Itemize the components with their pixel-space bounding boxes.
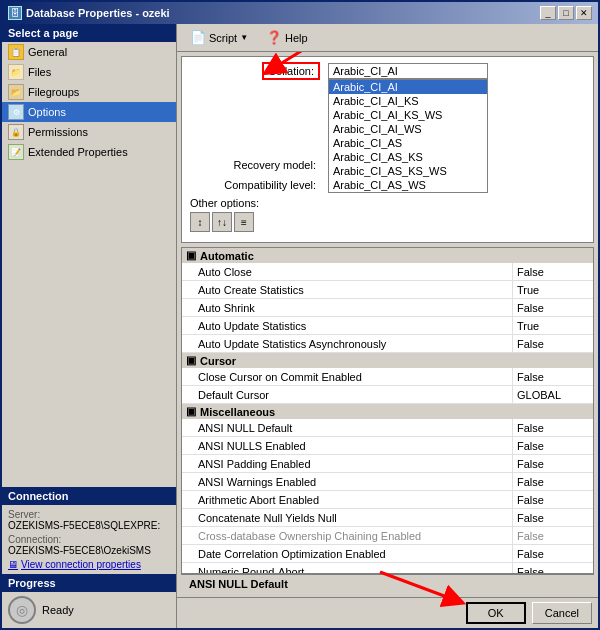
prop-value[interactable]: False	[513, 299, 593, 316]
table-row: ANSI Padding Enabled False	[182, 455, 593, 473]
options-label: Options	[28, 106, 66, 118]
script-dropdown-arrow: ▼	[240, 33, 248, 42]
prop-value[interactable]: False	[513, 437, 593, 454]
collation-list: Arabic_CI_AI Arabic_CI_AI_KS Arabic_CI_A…	[328, 79, 488, 193]
collation-option-5[interactable]: Arabic_CI_AS_KS	[329, 150, 487, 164]
prop-value[interactable]: False	[513, 545, 593, 562]
prop-name: Date Correlation Optimization Enabled	[182, 545, 513, 562]
collation-input[interactable]	[328, 63, 488, 79]
sidebar-item-filegroups[interactable]: 📂 Filegroups	[2, 82, 176, 102]
prop-value[interactable]: False	[513, 263, 593, 280]
table-row: Auto Update Statistics True	[182, 317, 593, 335]
prop-value[interactable]: False	[513, 335, 593, 352]
prop-value[interactable]: True	[513, 281, 593, 298]
main-layout: Select a page 📋 General 📁 Files 📂 Filegr…	[2, 24, 598, 628]
general-icon: 📋	[8, 44, 24, 60]
filegroups-label: Filegroups	[28, 86, 79, 98]
progress-body: ◎ Ready	[2, 592, 176, 628]
bottom-buttons: OK Cancel	[177, 597, 598, 628]
progress-status: Ready	[42, 604, 74, 616]
prop-name: Concatenate Null Yields Null	[182, 509, 513, 526]
table-row: Concatenate Null Yields Null False	[182, 509, 593, 527]
content-area: 📄 Script ▼ ❓ Help	[177, 24, 598, 628]
extended-icon: 📝	[8, 144, 24, 160]
connection-link-text: View connection properties	[21, 559, 141, 570]
ok-button[interactable]: OK	[466, 602, 526, 624]
table-row: Numeric Round-Abort False	[182, 563, 593, 574]
main-window: 🗄 Database Properties - ozeki _ □ ✕ Sele…	[0, 0, 600, 630]
close-button[interactable]: ✕	[576, 6, 592, 20]
options-icon: ⚙	[8, 104, 24, 120]
sidebar-item-options[interactable]: ⚙ Options	[2, 102, 176, 122]
expand-automatic-icon[interactable]: ▣	[186, 249, 196, 262]
server-label: Server:	[8, 509, 170, 520]
sidebar-item-files[interactable]: 📁 Files	[2, 62, 176, 82]
group-automatic: ▣ Automatic	[182, 248, 593, 263]
toolbar: 📄 Script ▼ ❓ Help	[177, 24, 598, 52]
collation-option-2[interactable]: Arabic_CI_AI_KS_WS	[329, 108, 487, 122]
files-icon: 📁	[8, 64, 24, 80]
content-body: Collation: Arabic_CI_AI Arabic_CI_AI_KS …	[177, 52, 598, 597]
expand-cursor-icon[interactable]: ▣	[186, 354, 196, 367]
prop-value[interactable]: GLOBAL	[513, 386, 593, 403]
sort-btn[interactable]: ↑↓	[212, 212, 232, 232]
help-icon: ❓	[266, 30, 282, 45]
connection-header: Connection	[2, 487, 176, 505]
prop-name: Default Cursor	[182, 386, 513, 403]
prop-name: ANSI Padding Enabled	[182, 455, 513, 472]
sidebar-item-extended[interactable]: 📝 Extended Properties	[2, 142, 176, 162]
prop-value[interactable]: False	[513, 509, 593, 526]
connection-section: Connection Server: OZEKISMS-F5ECE8\SQLEX…	[2, 487, 176, 574]
collation-option-4[interactable]: Arabic_CI_AS	[329, 136, 487, 150]
collation-option-1[interactable]: Arabic_CI_AI_KS	[329, 94, 487, 108]
table-row: ANSI NULL Default False	[182, 419, 593, 437]
prop-value[interactable]: False	[513, 563, 593, 574]
minimize-button[interactable]: _	[540, 6, 556, 20]
window-icon: 🗄	[8, 6, 22, 20]
script-icon: 📄	[190, 30, 206, 45]
cancel-button[interactable]: Cancel	[532, 602, 592, 624]
table-row: Date Correlation Optimization Enabled Fa…	[182, 545, 593, 563]
view-connection-link[interactable]: 🖥 View connection properties	[8, 559, 170, 570]
prop-value[interactable]: True	[513, 317, 593, 334]
server-value: OZEKISMS-F5ECE8\SQLEXPRE:	[8, 520, 170, 531]
prop-value[interactable]: False	[513, 473, 593, 490]
selected-property-name: ANSI NULL Default	[189, 578, 288, 590]
group-cursor: ▣ Cursor	[182, 353, 593, 368]
collation-option-3[interactable]: Arabic_CI_AI_WS	[329, 122, 487, 136]
table-row: Auto Create Statistics True	[182, 281, 593, 299]
prop-value[interactable]: False	[513, 419, 593, 436]
sidebar-item-permissions[interactable]: 🔒 Permissions	[2, 122, 176, 142]
sort-az-button[interactable]: ↕	[190, 212, 210, 232]
prop-name: ANSI Warnings Enabled	[182, 473, 513, 490]
collation-option-0[interactable]: Arabic_CI_AI	[329, 80, 487, 94]
script-button[interactable]: 📄 Script ▼	[183, 27, 255, 48]
prop-name: Auto Create Statistics	[182, 281, 513, 298]
help-button[interactable]: ❓ Help	[259, 27, 315, 48]
sidebar-item-general[interactable]: 📋 General	[2, 42, 176, 62]
prop-value[interactable]: False	[513, 491, 593, 508]
prop-name: Auto Shrink	[182, 299, 513, 316]
group-miscellaneous: ▣ Miscellaneous	[182, 404, 593, 419]
connection-body: Server: OZEKISMS-F5ECE8\SQLEXPRE: Connec…	[2, 505, 176, 574]
prop-value[interactable]: False	[513, 368, 593, 385]
title-bar: 🗄 Database Properties - ozeki _ □ ✕	[2, 2, 598, 24]
collation-option-7[interactable]: Arabic_CI_AS_WS	[329, 178, 487, 192]
categorize-btn[interactable]: ≡	[234, 212, 254, 232]
collation-row: Collation: Arabic_CI_AI Arabic_CI_AI_KS …	[190, 63, 585, 79]
progress-spinner: ◎	[8, 596, 36, 624]
table-row: Arithmetic Abort Enabled False	[182, 491, 593, 509]
prop-name: ANSI NULLS Enabled	[182, 437, 513, 454]
select-page-header: Select a page	[2, 24, 176, 42]
other-options-label: Other options:	[190, 197, 585, 209]
collation-option-6[interactable]: Arabic_CI_AS_KS_WS	[329, 164, 487, 178]
prop-name: Arithmetic Abort Enabled	[182, 491, 513, 508]
small-toolbar: ↕ ↑↓ ≡	[190, 212, 585, 232]
prop-value[interactable]: False	[513, 455, 593, 472]
expand-misc-icon[interactable]: ▣	[186, 405, 196, 418]
filegroups-icon: 📂	[8, 84, 24, 100]
prop-value: False	[513, 527, 593, 544]
maximize-button[interactable]: □	[558, 6, 574, 20]
collation-control: Arabic_CI_AI Arabic_CI_AI_KS Arabic_CI_A…	[328, 63, 585, 79]
table-row: Auto Update Statistics Asynchronously Fa…	[182, 335, 593, 353]
